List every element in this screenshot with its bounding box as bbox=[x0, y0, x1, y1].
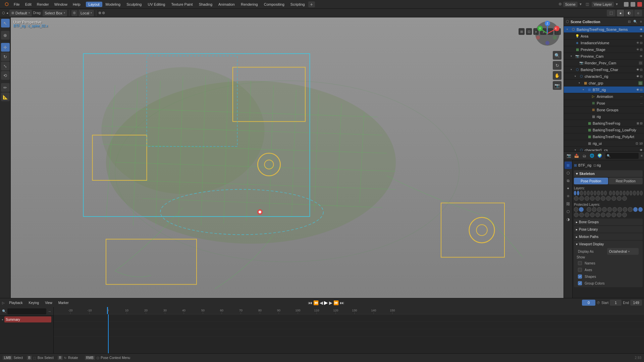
workspace-sculpting[interactable]: Sculpting bbox=[124, 2, 144, 7]
timeline-search-input[interactable] bbox=[7, 308, 46, 314]
tree-item-preview-stage[interactable]: ▸ ▦ Preview_Stage 👁 ⊟ bbox=[564, 46, 644, 53]
prev-frame-btn[interactable]: ◀ bbox=[320, 300, 323, 305]
pose-library-header[interactable]: ▸ Pose Library bbox=[574, 226, 643, 233]
filter-icon[interactable]: ⊟ bbox=[628, 20, 631, 23]
player-dot-r2-6[interactable] bbox=[601, 213, 605, 217]
motion-paths-header[interactable]: ▸ Motion Paths bbox=[574, 233, 643, 240]
layer-dot-16[interactable] bbox=[626, 191, 629, 195]
keying-menu[interactable]: Keying bbox=[27, 300, 41, 305]
tree-item-render-prev-cam[interactable]: ▸ 📷 Render_Prev_Cam ⊡ bbox=[564, 60, 644, 66]
tree-item-animation[interactable]: ▸ ▷ Animation ··· bbox=[564, 93, 644, 100]
player-dot-r2-10[interactable] bbox=[622, 213, 627, 217]
workspace-texture-paint[interactable]: Texture Paint bbox=[168, 2, 195, 7]
visibility-irradiance[interactable]: 👁 bbox=[636, 41, 639, 45]
player-dot-r2-4[interactable] bbox=[590, 213, 595, 217]
outliner-filter-icon[interactable]: ≡ bbox=[640, 20, 642, 23]
cam-restrict-icon[interactable]: ⊡ bbox=[639, 61, 643, 65]
player-dot-r2-3[interactable] bbox=[585, 213, 589, 217]
bone-groups-header[interactable]: ▸ Bone Groups bbox=[574, 219, 643, 225]
player-dot-r2-7[interactable] bbox=[606, 213, 611, 217]
layer-dot-10[interactable] bbox=[604, 191, 607, 195]
layer-dot-23[interactable] bbox=[585, 196, 589, 201]
tree-item-char1-rig[interactable]: ▾ ⬡ character1_rig 👁 ⊟ bbox=[564, 73, 644, 80]
layer-dot-8[interactable] bbox=[597, 191, 600, 195]
layer-dot-11[interactable] bbox=[609, 191, 612, 195]
player-dot-10[interactable] bbox=[623, 207, 627, 212]
marker-menu[interactable]: Marker bbox=[57, 300, 70, 305]
exclude-irradiance[interactable]: ⊟ bbox=[640, 41, 643, 45]
props-tab-object-data2[interactable]: ⬡ bbox=[565, 208, 572, 215]
transform-tool-btn[interactable]: ⟲ bbox=[1, 71, 10, 80]
viewport-3d[interactable]: User Perspective BTF_rig : c_spine_02.x … bbox=[11, 17, 564, 298]
layer-dot-22[interactable] bbox=[579, 196, 584, 201]
layer-dot-5[interactable] bbox=[587, 191, 590, 195]
exclude-preview-stage[interactable]: ⊟ bbox=[640, 48, 643, 51]
summary-track-label[interactable]: ▸ Summary bbox=[0, 316, 53, 323]
layer-dot-15[interactable] bbox=[623, 191, 626, 195]
view-layer-selector[interactable]: View Layer bbox=[592, 2, 614, 7]
tree-item-btf-rig[interactable]: ▾ ⊞ BTF_rig 👁 ⊟ bbox=[564, 86, 644, 93]
workspace-shading[interactable]: Shading bbox=[196, 2, 215, 7]
tree-item-btf-char[interactable]: ▾ ⬡ BarkingTreeFrog_Char 👁 ⊟ bbox=[564, 66, 644, 73]
props-tab-modifiers[interactable]: ⧉ bbox=[565, 177, 572, 184]
tree-item-btf-lowpoly[interactable]: ▸ ▦ BarkingTreeFrog_LowPoly bbox=[564, 127, 644, 133]
tree-item-char1-cs[interactable]: ▾ ⬡ character1_cs 👁 bbox=[564, 147, 644, 151]
prev-keyframe-btn[interactable]: ⏪ bbox=[313, 300, 319, 305]
camera-view-btn[interactable]: 📷 bbox=[553, 81, 561, 90]
display-as-dropdown[interactable]: Octahedral ▾ bbox=[607, 248, 639, 255]
view-menu[interactable]: View bbox=[43, 300, 54, 305]
visibility-char1-cs[interactable]: 👁 bbox=[640, 148, 643, 152]
orbit-btn[interactable]: ↻ bbox=[553, 61, 561, 70]
overlay-toggle[interactable]: ⊞ bbox=[519, 28, 525, 35]
tree-item-bone-groups-inner[interactable]: ▸ ⊞ Bone Groups bbox=[564, 107, 644, 113]
player-dot-5[interactable] bbox=[597, 207, 601, 212]
rendered-shading-btn[interactable]: ○ bbox=[634, 10, 642, 16]
layer-dot-2[interactable] bbox=[577, 191, 579, 195]
jump-to-start-btn[interactable]: ⏮ bbox=[308, 300, 312, 305]
skeleton-section-header[interactable]: ▾ Skeleton bbox=[574, 170, 643, 177]
tree-item-char-grp[interactable]: ▾ ▦ char_grp ▨ bbox=[564, 80, 644, 86]
orientation-dropdown[interactable]: ⊞ Default ▾ bbox=[9, 10, 32, 16]
player-dot-9[interactable] bbox=[618, 207, 622, 212]
props-tab-object-data[interactable]: ⊞ bbox=[565, 162, 572, 169]
group-colors-checkbox[interactable]: ✓ bbox=[578, 281, 582, 285]
editor-type-icon[interactable]: ⬡ bbox=[2, 11, 5, 15]
layer-dot-19[interactable] bbox=[637, 191, 639, 195]
layer-dot-17[interactable] bbox=[630, 191, 632, 195]
drag-dropdown[interactable]: Select Box ▾ bbox=[43, 10, 67, 16]
zoom-in-btn[interactable]: 🔍 bbox=[553, 51, 561, 60]
blender-logo-menu[interactable]: ⬡ bbox=[2, 1, 11, 7]
workspace-compositing[interactable]: Compositing bbox=[261, 2, 287, 7]
props-tab-world[interactable]: 🌍 bbox=[596, 152, 603, 160]
player-dot-r2-5[interactable] bbox=[595, 213, 600, 217]
next-frame-btn[interactable]: ▶ bbox=[329, 300, 332, 305]
props-tab-output[interactable]: 📤 bbox=[573, 152, 580, 160]
player-dot-r2-8[interactable] bbox=[611, 213, 616, 217]
measure-tool-btn[interactable]: 📐 bbox=[1, 93, 10, 101]
player-dot-2[interactable] bbox=[579, 207, 583, 212]
props-tab-view-layer[interactable]: 🗂 bbox=[581, 152, 588, 160]
search-icon[interactable]: 🔍 bbox=[633, 20, 637, 23]
menu-help[interactable]: Help bbox=[70, 2, 83, 7]
current-frame-display[interactable]: 0 bbox=[582, 300, 595, 306]
layer-dot-26[interactable] bbox=[601, 196, 605, 201]
player-dot-6[interactable] bbox=[602, 207, 606, 212]
workspace-rendering[interactable]: Rendering bbox=[238, 2, 261, 7]
tree-item-area[interactable]: ▸ 💡 Area 👁 bbox=[564, 33, 644, 40]
tree-item-btf[interactable]: ▸ ▦ BarkingTreeFrog ⊞ ⊟ bbox=[564, 120, 644, 127]
props-tab-object[interactable]: ⬡ bbox=[565, 169, 572, 177]
props-tab-scene[interactable]: 🌐 bbox=[588, 152, 596, 160]
move-tool-btn[interactable]: ✛ bbox=[1, 43, 10, 52]
maximize-btn[interactable] bbox=[631, 2, 635, 7]
shapes-checkbox[interactable]: ✓ bbox=[578, 275, 582, 279]
props-tab-physics[interactable]: ⚛ bbox=[565, 192, 572, 200]
timeline-track-area[interactable] bbox=[54, 314, 644, 353]
props-filter-icon[interactable]: ≡ bbox=[641, 154, 643, 158]
pose-position-btn[interactable]: Pose Position bbox=[574, 178, 608, 184]
layer-dot-1[interactable] bbox=[574, 191, 576, 195]
solid-shading-btn[interactable]: ● bbox=[617, 10, 625, 16]
playback-menu[interactable]: Playback bbox=[7, 300, 24, 305]
layer-dot-13[interactable] bbox=[616, 191, 619, 195]
layer-dot-20[interactable] bbox=[640, 191, 643, 195]
exclude-btf-char[interactable]: ⊟ bbox=[640, 68, 643, 71]
